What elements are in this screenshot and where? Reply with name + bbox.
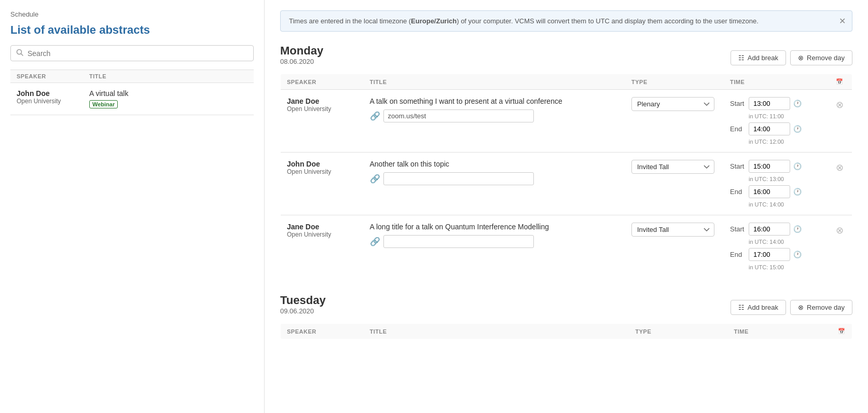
start-time-input[interactable] xyxy=(749,223,790,236)
talk-type-cell: PlenaryInvited TallContributedWebinar xyxy=(625,215,724,278)
info-banner-close[interactable]: ✕ xyxy=(839,16,846,26)
start-utc: in UTC: 11:00 xyxy=(749,113,821,119)
col-header-speaker: SPEAKER xyxy=(281,324,364,339)
schedule-table: SPEAKER TITLE TYPE TIME 📅 Jane Doe Open … xyxy=(280,74,852,278)
add-break-label: Add break xyxy=(748,54,778,62)
panel-title: List of available abstracts xyxy=(10,23,254,37)
link-input[interactable] xyxy=(383,172,534,185)
talk-time-cell: Start 🕐 in UTC: 13:00 End 🕐 in UTC: 14:0… xyxy=(724,153,828,215)
remove-talk-button[interactable]: ⊗ xyxy=(834,97,846,113)
col-header-type: TYPE xyxy=(625,74,724,90)
end-time-input[interactable] xyxy=(749,248,790,261)
day-date: 09.06.2020 xyxy=(280,307,326,315)
end-label: End xyxy=(730,188,746,196)
talk-speaker-cell: Jane Doe Open University xyxy=(281,215,364,278)
link-icon: 🔗 xyxy=(370,237,380,246)
header-speaker: SPEAKER xyxy=(17,73,89,79)
link-input[interactable] xyxy=(383,235,534,248)
clock-icon: 🕐 xyxy=(793,251,802,258)
search-container xyxy=(10,45,254,61)
end-label: End xyxy=(730,125,746,133)
talk-time-cell: Start 🕐 in UTC: 11:00 End 🕐 in UTC: 12:0… xyxy=(724,90,828,153)
talk-info: A virtual talk Webinar xyxy=(89,89,247,108)
talk-title: A virtual talk xyxy=(89,89,247,98)
breadcrumb: Schedule xyxy=(10,10,254,18)
type-select[interactable]: PlenaryInvited TallContributedWebinar xyxy=(631,97,714,111)
speaker-name: Jane Doe xyxy=(287,223,357,231)
col-header-type: TYPE xyxy=(629,324,728,339)
header-title: TITLE xyxy=(89,73,247,79)
day-section-monday: Monday 08.06.2020 ☷ Add break ⊗ Remove d… xyxy=(280,44,852,278)
speaker-affil: Open University xyxy=(287,231,357,238)
talk-type-cell: PlenaryInvited TallContributedWebinar xyxy=(625,90,724,153)
speaker-affil: Open University xyxy=(17,98,89,105)
day-section-tuesday: Tuesday 09.06.2020 ☷ Add break ⊗ Remove … xyxy=(280,294,852,339)
speaker-name: Jane Doe xyxy=(287,97,357,105)
talk-actions-cell: ⊗ xyxy=(828,90,852,153)
end-label: End xyxy=(730,251,746,258)
search-input[interactable] xyxy=(27,49,248,58)
remove-day-icon: ⊗ xyxy=(798,54,804,62)
col-header-time: TIME xyxy=(728,324,832,339)
talk-actions-cell: ⊗ xyxy=(828,215,852,278)
end-utc: in UTC: 15:00 xyxy=(749,264,821,270)
remove-talk-button[interactable]: ⊗ xyxy=(834,223,846,238)
talk-title: A talk on something I want to present at… xyxy=(370,97,619,105)
col-header-speaker: SPEAKER xyxy=(281,74,364,90)
talk-title: A long title for a talk on Quantum Inter… xyxy=(370,223,619,231)
table-row: Jane Doe Open University A talk on somet… xyxy=(281,90,852,153)
remove-talk-button[interactable]: ⊗ xyxy=(834,160,846,175)
info-banner: Times are entered in the local timezone … xyxy=(280,10,852,32)
table-row: Jane Doe Open University A long title fo… xyxy=(281,215,852,278)
info-text: Times are entered in the local timezone … xyxy=(289,17,759,25)
schedule-table-body: Jane Doe Open University A talk on somet… xyxy=(281,90,852,278)
add-break-button[interactable]: ☷ Add break xyxy=(731,50,786,65)
schedule-table: SPEAKER TITLE TYPE TIME 📅 xyxy=(280,323,852,339)
remove-day-button[interactable]: ⊗ Remove day xyxy=(790,300,852,315)
add-break-icon: ☷ xyxy=(738,304,745,311)
clock-icon: 🕐 xyxy=(793,100,802,107)
days-container: Monday 08.06.2020 ☷ Add break ⊗ Remove d… xyxy=(280,44,852,339)
talk-time-cell: Start 🕐 in UTC: 14:00 End 🕐 in UTC: 15:0… xyxy=(724,215,828,278)
col-header-title: TITLE xyxy=(364,324,629,339)
clock-icon: 🕐 xyxy=(793,188,802,196)
talk-title-cell: A long title for a talk on Quantum Inter… xyxy=(364,215,626,278)
speaker-affil: Open University xyxy=(287,168,357,175)
clock-icon: 🕐 xyxy=(793,125,802,133)
day-title: Monday xyxy=(280,44,323,58)
type-select[interactable]: PlenaryInvited TallContributedWebinar xyxy=(631,223,714,237)
remove-day-icon: ⊗ xyxy=(798,304,804,311)
search-icon xyxy=(16,49,23,58)
remove-day-button[interactable]: ⊗ Remove day xyxy=(790,50,852,65)
col-header-actions: 📅 xyxy=(828,74,852,90)
end-time-input[interactable] xyxy=(749,185,790,198)
speaker-affil: Open University xyxy=(287,105,357,113)
end-utc: in UTC: 14:00 xyxy=(749,201,821,208)
talk-title: Another talk on this topic xyxy=(370,160,619,168)
end-time-input[interactable] xyxy=(749,122,790,135)
abstracts-table-header: SPEAKER TITLE xyxy=(10,70,254,83)
day-actions: ☷ Add break ⊗ Remove day xyxy=(731,300,852,315)
link-icon: 🔗 xyxy=(370,174,380,184)
clock-icon: 🕐 xyxy=(793,225,802,233)
table-row: John Doe Open University Another talk on… xyxy=(281,153,852,215)
start-time-input[interactable] xyxy=(749,160,790,173)
add-break-button[interactable]: ☷ Add break xyxy=(731,300,786,315)
link-input[interactable] xyxy=(383,109,534,122)
end-utc: in UTC: 12:00 xyxy=(749,139,821,145)
speaker-name: John Doe xyxy=(287,160,357,168)
type-select[interactable]: PlenaryInvited TallContributedWebinar xyxy=(631,160,714,174)
start-time-input[interactable] xyxy=(749,97,790,110)
remove-day-label: Remove day xyxy=(807,54,845,62)
col-header-actions: 📅 xyxy=(832,324,852,339)
day-date: 08.06.2020 xyxy=(280,58,323,65)
day-actions: ☷ Add break ⊗ Remove day xyxy=(731,50,852,65)
day-header: Tuesday 09.06.2020 ☷ Add break ⊗ Remove … xyxy=(280,294,852,321)
talk-badge: Webinar xyxy=(89,100,118,108)
speaker-info: John Doe Open University xyxy=(17,89,89,105)
start-utc: in UTC: 13:00 xyxy=(749,176,821,182)
start-label: Start xyxy=(730,100,746,107)
list-item[interactable]: John Doe Open University A virtual talk … xyxy=(10,83,254,115)
talk-actions-cell: ⊗ xyxy=(828,153,852,215)
right-panel: Times are entered in the local timezone … xyxy=(265,0,868,413)
